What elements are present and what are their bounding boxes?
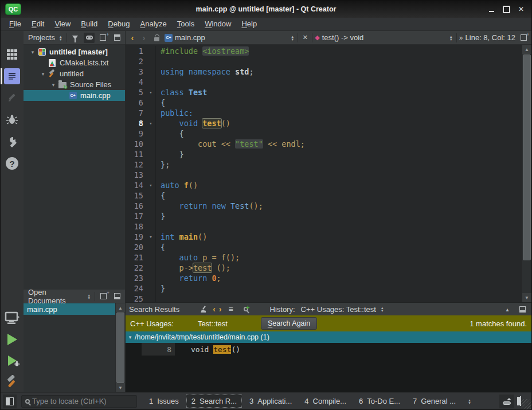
- output-tab-compile-[interactable]: 4Compile...: [299, 395, 351, 408]
- split-panel-icon[interactable]: [97, 33, 108, 43]
- edit-mode-icon[interactable]: [1, 65, 24, 87]
- code-line-16[interactable]: 16 return new Test();: [126, 201, 522, 211]
- fold-marker-icon[interactable]: ▾: [146, 180, 156, 190]
- tree-item-untitled-master-[interactable]: ▾untitled [master]: [24, 46, 125, 57]
- code-line-1[interactable]: 1#include <iostream>: [126, 46, 522, 56]
- code-line-13[interactable]: 13: [126, 170, 522, 180]
- fold-marker-icon[interactable]: ▾: [146, 87, 156, 97]
- debug-run-button[interactable]: [1, 350, 24, 371]
- panel-selector-combo-icon[interactable]: [58, 35, 64, 41]
- output-tab-to-do-e-[interactable]: 6To-Do E...: [354, 395, 405, 408]
- build-button[interactable]: [1, 371, 24, 392]
- code-lines[interactable]: 1#include <iostream>23using namespace st…: [126, 45, 522, 302]
- code-line-5[interactable]: 5▾class Test: [126, 87, 522, 97]
- kit-selector-icon[interactable]: [1, 307, 24, 329]
- new-search-icon[interactable]: [240, 304, 252, 314]
- code-text[interactable]: cout << "test" << endl;: [161, 139, 305, 149]
- code-text[interactable]: #include <iostream>: [161, 46, 249, 56]
- menu-help[interactable]: Help: [236, 18, 262, 30]
- expand-results-icon[interactable]: [225, 304, 237, 314]
- debug-mode-icon[interactable]: [1, 109, 24, 131]
- code-line-15[interactable]: 15{: [126, 190, 522, 201]
- editor-scrollbar[interactable]: ▲ ▼: [522, 45, 531, 302]
- split-editor-icon[interactable]: [518, 33, 529, 43]
- code-line-11[interactable]: 11 }: [126, 149, 522, 159]
- menu-edit[interactable]: Edit: [26, 18, 49, 30]
- code-line-25[interactable]: 25: [126, 294, 522, 302]
- scroll-up-icon[interactable]: ▲: [522, 45, 531, 54]
- code-line-4[interactable]: 4: [126, 77, 522, 87]
- close-icon[interactable]: [517, 5, 526, 14]
- history-combo-icon[interactable]: [380, 306, 385, 312]
- go-back-icon[interactable]: ‹: [128, 33, 137, 42]
- code-text[interactable]: {: [161, 128, 184, 139]
- code-text[interactable]: class Test: [161, 87, 207, 97]
- code-text[interactable]: return new Test();: [161, 201, 263, 211]
- close-pane-icon[interactable]: [517, 304, 528, 314]
- tree-item-cmakelists-txt[interactable]: CMakeLists.txt: [24, 57, 125, 68]
- expand-arrow-icon[interactable]: ▾: [38, 71, 48, 77]
- code-line-21[interactable]: 21 auto p = f();: [126, 252, 522, 263]
- menu-build[interactable]: Build: [76, 18, 103, 30]
- filter-icon[interactable]: [70, 33, 81, 43]
- code-line-6[interactable]: 6{: [126, 97, 522, 108]
- file-combo-icon[interactable]: [290, 35, 295, 41]
- menu-window[interactable]: Window: [200, 18, 236, 30]
- code-line-17[interactable]: 17}: [126, 211, 522, 221]
- scroll-down-icon[interactable]: ▼: [522, 293, 531, 302]
- code-text[interactable]: }: [161, 149, 184, 159]
- tree-item-main-cpp[interactable]: C+main.cpp: [24, 90, 125, 101]
- code-text[interactable]: }: [161, 283, 165, 294]
- maximize-output-pane-icon[interactable]: [499, 395, 514, 408]
- history-value[interactable]: C++ Usages: Test::test: [301, 305, 376, 314]
- locator[interactable]: [21, 395, 137, 408]
- code-line-7[interactable]: 7public:: [126, 108, 522, 118]
- help-mode-icon[interactable]: ?: [1, 153, 24, 174]
- close-document-icon[interactable]: ✕: [300, 34, 310, 41]
- minimize-icon[interactable]: [487, 5, 496, 14]
- open-file-name[interactable]: main.cpp: [175, 33, 205, 42]
- code-text[interactable]: int main(): [161, 232, 207, 242]
- scroll-thumb[interactable]: [116, 313, 124, 383]
- code-text[interactable]: {: [161, 242, 165, 252]
- code-line-9[interactable]: 9 {: [126, 128, 522, 139]
- fold-marker-icon[interactable]: ▾: [146, 118, 156, 128]
- menu-analyze[interactable]: Analyze: [135, 18, 172, 30]
- code-text[interactable]: auto p = f();: [161, 252, 240, 263]
- tree-item-untitled[interactable]: ▾untitled: [24, 68, 125, 79]
- scroll-down-icon[interactable]: ▼: [116, 383, 125, 392]
- run-button[interactable]: [1, 329, 24, 350]
- code-line-8[interactable]: 8▾ void test(): [126, 118, 522, 128]
- code-line-3[interactable]: 3using namespace std;: [126, 67, 522, 77]
- code-text[interactable]: }: [161, 211, 165, 221]
- collapse-arrow-icon[interactable]: ▾: [126, 334, 135, 340]
- code-line-10[interactable]: 10 cout << "test" << endl;: [126, 139, 522, 149]
- menu-file[interactable]: File: [4, 18, 26, 30]
- menu-tools[interactable]: Tools: [172, 18, 200, 30]
- close-panel-icon[interactable]: [112, 33, 123, 43]
- panel-selector-combo-icon[interactable]: [86, 294, 92, 299]
- expand-arrow-icon[interactable]: ▾: [49, 82, 58, 88]
- toolbar-overflow-icon[interactable]: »: [459, 34, 463, 42]
- symbol-combo-icon[interactable]: [448, 35, 454, 41]
- locator-input[interactable]: [32, 397, 133, 405]
- code-line-20[interactable]: 20{: [126, 242, 522, 252]
- output-tab-issues[interactable]: 1Issues: [144, 395, 184, 408]
- output-tab-search-r-[interactable]: 2Search R...: [186, 395, 242, 408]
- fold-marker-icon[interactable]: ▾: [146, 232, 156, 242]
- code-line-12[interactable]: 12};: [126, 159, 522, 170]
- result-file-row[interactable]: ▾ /home/jnviita/tmp/test/untitled/main.c…: [126, 331, 531, 343]
- code-editor[interactable]: 1#include <iostream>23using namespace st…: [126, 45, 531, 302]
- code-text[interactable]: void test(): [161, 118, 230, 128]
- code-line-22[interactable]: 22 p->test ();: [126, 263, 522, 273]
- open-documents-scrollbar[interactable]: ▲ ▼: [115, 303, 125, 392]
- close-panel-icon[interactable]: [112, 291, 123, 302]
- scroll-up-icon[interactable]: ▲: [116, 303, 125, 313]
- toggle-left-sidebar-icon[interactable]: [3, 395, 17, 408]
- code-text[interactable]: {: [161, 97, 165, 108]
- code-text[interactable]: {: [161, 190, 165, 201]
- go-forward-icon[interactable]: ›: [139, 33, 148, 42]
- code-text[interactable]: using namespace std;: [161, 67, 254, 77]
- code-text[interactable]: };: [161, 159, 170, 170]
- tabs-combo-icon[interactable]: [467, 399, 472, 404]
